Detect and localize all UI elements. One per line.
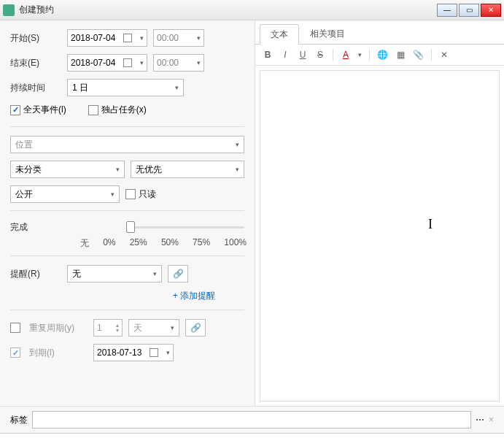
text-cursor-icon: I [428, 217, 433, 232]
readonly-checkbox[interactable] [125, 189, 136, 199]
tab-bar: 文本 相关项目 [255, 20, 504, 45]
window-title: 创建预约 [19, 4, 435, 16]
insert-button[interactable]: ▦ [395, 50, 406, 60]
due-label: 到期(l) [29, 347, 88, 359]
maximize-button[interactable]: ▭ [459, 4, 479, 17]
readonly-label: 只读 [139, 188, 156, 201]
tag-input[interactable] [32, 411, 471, 429]
end-time-input[interactable]: 00:00 ▾ [153, 54, 204, 72]
link-icon: 🔗 [190, 323, 201, 333]
italic-button[interactable]: I [280, 50, 290, 60]
calendar-icon [123, 34, 132, 42]
end-date-input[interactable]: 2018-07-04 ▾ [67, 54, 147, 72]
underline-button[interactable]: U [298, 50, 308, 60]
exclusive-label: 独占任务(x) [101, 104, 147, 116]
attach-button[interactable]: 📎 [413, 50, 424, 60]
tag-label: 标签 [10, 414, 28, 426]
duration-label: 持续时间 [10, 82, 61, 94]
add-reminder-link[interactable]: + 添加提醒 [173, 291, 215, 301]
allday-checkbox[interactable] [10, 105, 20, 115]
strike-button[interactable]: S [315, 50, 325, 60]
reminder-label: 提醒(R) [10, 268, 61, 280]
category-select[interactable]: 未分类 ▾ [10, 161, 125, 178]
minimize-button[interactable]: — [437, 4, 457, 17]
form-panel: 开始(S) 2018-07-04 ▾ 00:00 ▾ 结束(E) 2018-07… [0, 20, 255, 406]
duration-select[interactable]: 1 日 ▾ [67, 79, 184, 96]
tab-text[interactable]: 文本 [260, 24, 299, 45]
clear-button[interactable]: ✕ [439, 50, 449, 60]
due-date-input[interactable]: 2018-07-13 ▾ [93, 344, 174, 361]
exclusive-checkbox[interactable] [88, 105, 98, 115]
tag-more-button[interactable]: ⋯ [476, 415, 484, 425]
slider-ticks: 无 0% 25% 50% 75% 100% [80, 237, 247, 250]
visibility-select[interactable]: 公开 ▾ [10, 185, 120, 203]
priority-select[interactable]: 无优先 ▾ [131, 161, 245, 178]
due-checkbox[interactable] [10, 347, 20, 358]
end-label: 结束(E) [10, 57, 61, 69]
font-color-button[interactable]: A [341, 50, 351, 60]
tag-clear-button[interactable]: × [489, 415, 494, 425]
completion-label: 完成 [10, 221, 47, 234]
recur-checkbox[interactable] [10, 323, 20, 333]
location-select[interactable]: 位置 ▾ [10, 136, 244, 153]
completion-slider[interactable] [126, 220, 244, 234]
slider-thumb[interactable] [126, 221, 135, 233]
start-time-input[interactable]: 00:00 ▾ [153, 29, 204, 47]
reminder-select[interactable]: 无 ▾ [67, 265, 162, 283]
allday-label: 全天事件(l) [23, 104, 66, 116]
bold-button[interactable]: B [263, 50, 273, 60]
app-icon [3, 4, 15, 16]
close-button[interactable]: ✕ [481, 4, 501, 17]
start-date-input[interactable]: 2018-07-04 ▾ [67, 29, 147, 47]
link-icon: 🔗 [173, 269, 184, 279]
web-button[interactable]: 🌐 [377, 50, 388, 60]
text-editor[interactable]: I [260, 70, 500, 402]
recur-label: 重复周期(y) [29, 322, 88, 334]
recur-count-spinner[interactable]: 1 ▴▾ [93, 319, 123, 337]
calendar-icon [150, 348, 158, 357]
editor-toolbar: B I U S A ▾ 🌐 ▦ 📎 ✕ [255, 45, 504, 66]
tab-related[interactable]: 相关项目 [299, 23, 356, 44]
reminder-link-button[interactable]: 🔗 [168, 265, 188, 283]
recur-link-button[interactable]: 🔗 [185, 319, 206, 337]
titlebar: 创建预约 — ▭ ✕ [0, 0, 504, 20]
recur-unit-select[interactable]: 天 ▾ [128, 319, 179, 337]
calendar-icon [123, 58, 132, 67]
start-label: 开始(S) [10, 32, 61, 45]
